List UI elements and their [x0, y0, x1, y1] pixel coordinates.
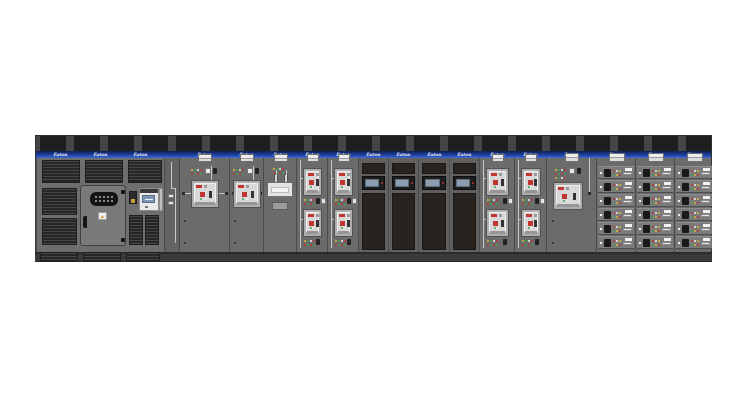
brand-logo: Eaton: [91, 152, 108, 157]
top-vent-strip: [35, 135, 712, 151]
pt-nameplate: [271, 187, 289, 193]
unit-led: [616, 226, 618, 228]
indicator-led: [273, 168, 275, 170]
louver-vent: [129, 215, 143, 245]
indicator-led: [242, 173, 244, 175]
indicator-led: [344, 244, 346, 246]
unit-control-module: [643, 211, 650, 219]
indicator-led: [313, 240, 315, 242]
unit-led: [697, 184, 699, 186]
potential-transformer: [267, 182, 293, 197]
breaker-status-led: [494, 186, 496, 188]
mcc-feeder-unit: [598, 166, 634, 179]
unit-breaker-handle: [662, 228, 671, 231]
unit-tag-label: [664, 168, 671, 171]
mcc-feeder-bay-1: [596, 158, 635, 252]
indicator-led: [335, 244, 337, 246]
unit-led: [655, 184, 657, 186]
indicator-led: [555, 169, 557, 171]
unit-led: [658, 240, 660, 242]
unit-led: [658, 216, 660, 218]
breaker-status-led: [343, 186, 345, 188]
indicator-led: [239, 173, 241, 175]
aux-relay-box: [352, 198, 357, 204]
indicator-led: [525, 244, 527, 246]
breaker-charge-slot: [534, 179, 537, 186]
breaker-rating-label: [491, 214, 497, 217]
unit-led: [616, 184, 618, 186]
unit-breaker-handle: [701, 228, 710, 231]
unit-led: [655, 230, 657, 232]
mcc-feeder-unit: [637, 208, 673, 221]
fuse-drawer: [272, 202, 288, 210]
unit-fastener: [678, 214, 680, 216]
unit-led: [613, 244, 615, 246]
unit-led: [613, 230, 615, 232]
breaker-rating-label: [526, 173, 532, 176]
stacked-acb-bay-1: [296, 158, 327, 252]
breaker-trip-unit: [562, 194, 567, 199]
unit-led: [613, 174, 615, 176]
unit-led: [619, 184, 621, 186]
unit-led: [658, 226, 660, 228]
door-fastener: [552, 220, 554, 222]
unit-fastener: [639, 200, 641, 202]
aux-switch: [316, 239, 320, 245]
mimic-riser-line: [331, 160, 332, 248]
mcc-feeder-unit: [637, 180, 673, 193]
unit-led: [694, 230, 696, 232]
louver-vent: [85, 160, 123, 183]
indicator-led: [200, 169, 202, 171]
indicator-led: [522, 203, 524, 205]
warning-label: ▲: [98, 212, 107, 220]
drive-control-bay-2: [388, 158, 418, 252]
unit-tag-label: [625, 196, 632, 199]
indicator-led: [525, 203, 527, 205]
breaker-charge-slot: [209, 191, 212, 198]
mcc-feeder-unit: [598, 194, 634, 207]
door-vent-slot: [609, 153, 625, 162]
mimic-node: [225, 192, 228, 195]
unit-led: [619, 174, 621, 176]
door-vent-slot: [648, 153, 664, 162]
unit-control-module: [604, 225, 611, 233]
indicator-led: [304, 203, 306, 205]
unit-tag-label: [664, 238, 671, 241]
door-handle: [83, 216, 87, 228]
door-hinge: [121, 238, 125, 242]
unit-tag-label: [703, 224, 710, 227]
air-circuit-breaker: [303, 168, 322, 196]
unit-tag-label: [703, 210, 710, 213]
unit-fastener: [600, 186, 602, 188]
indicator-led: [310, 199, 312, 201]
unit-led: [619, 198, 621, 200]
unit-led: [613, 198, 615, 200]
breaker-rating-label: [246, 185, 249, 188]
bus-tap-box: [168, 194, 174, 198]
stacked-acb-bay-2: [327, 158, 358, 252]
breaker-trip-unit: [340, 221, 345, 226]
unit-breaker-handle: [623, 228, 632, 231]
indicator-led: [522, 199, 524, 201]
indicator-led: [490, 244, 492, 246]
indicator-led: [531, 203, 533, 205]
door-fastener: [552, 242, 554, 244]
indicator-led: [564, 177, 566, 179]
indicator-led: [493, 199, 495, 201]
drive-display: [422, 176, 446, 190]
mimic-node: [182, 192, 185, 195]
unit-breaker-handle: [662, 172, 671, 175]
breaker-rating-label: [347, 173, 350, 176]
door-vent-slot: [274, 154, 288, 162]
unit-led: [697, 188, 699, 190]
auxiliary-box: [129, 191, 137, 204]
breaker-status-led: [563, 200, 565, 202]
unit-led: [613, 170, 615, 172]
breaker-status-led: [497, 186, 499, 188]
unit-fastener: [678, 172, 680, 174]
unit-control-module: [604, 183, 611, 191]
air-circuit-breaker: [334, 168, 353, 196]
brand-logo: Eaton: [394, 152, 411, 157]
unit-led: [619, 188, 621, 190]
unit-led: [694, 184, 696, 186]
